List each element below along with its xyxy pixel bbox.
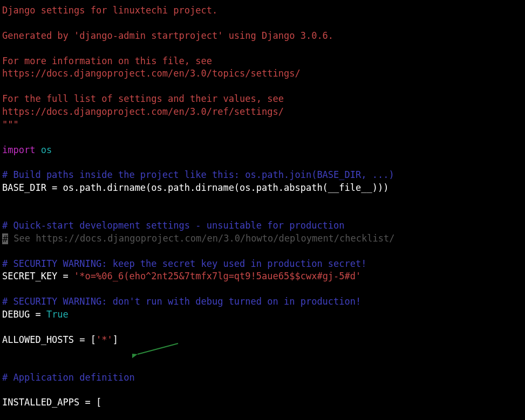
docstring-line: Generated by 'django-admin startproject'…: [2, 30, 523, 43]
blank-line: [2, 321, 523, 334]
blank-line: [2, 359, 523, 371]
variable-name: ALLOWED_HOSTS = [: [2, 334, 96, 345]
comment-line: # SECURITY WARNING: don't run with debug…: [2, 295, 523, 308]
blank-line: [2, 156, 523, 169]
code-editor-content[interactable]: Django settings for linuxtechi project.G…: [2, 4, 523, 409]
cursor-indicator: #: [2, 233, 8, 244]
comment-line: # Quick-start development settings - uns…: [2, 219, 523, 232]
string-value: '*': [96, 334, 113, 345]
docstring-line: Django settings for linuxtechi project.: [2, 4, 523, 17]
base-dir-line: BASE_DIR = os.path.dirname(os.path.dirna…: [2, 182, 523, 195]
comment-text: See https://docs.djangoproject.com/en/3.…: [8, 233, 394, 244]
string-value: '*o=%06_6(eho^2nt25&7tmfx7lg=qt9!5aue65$…: [74, 271, 361, 281]
blank-line: [2, 384, 523, 396]
variable-name: DEBUG =: [2, 309, 46, 320]
keyword-import: import: [2, 144, 35, 155]
docstring-line: [2, 17, 523, 30]
secret-key-line: SECRET_KEY = '*o=%06_6(eho^2nt25&7tmfx7l…: [2, 270, 523, 283]
docstring-line: [2, 80, 523, 93]
bool-value: True: [46, 309, 69, 320]
blank-line: [2, 132, 523, 144]
comment-line: # SECURITY WARNING: keep the secret key …: [2, 258, 523, 271]
allowed-hosts-line: ALLOWED_HOSTS = ['*']: [2, 334, 523, 347]
blank-line: [2, 195, 523, 207]
docstring-line: https://docs.djangoproject.com/en/3.0/to…: [2, 67, 523, 80]
comment-line: # Application definition: [2, 371, 523, 384]
import-line: import os: [2, 144, 523, 157]
comment-line: # Build paths inside the project like th…: [2, 169, 523, 182]
bracket-close: ]: [113, 334, 118, 345]
comment-cursor-line: # See https://docs.djangoproject.com/en/…: [2, 232, 523, 245]
debug-line: DEBUG = True: [2, 308, 523, 321]
blank-line: [2, 207, 523, 219]
blank-line: [2, 245, 523, 258]
docstring-line: For more information on this file, see: [2, 55, 523, 68]
docstring-line: """: [2, 119, 523, 132]
blank-line: [2, 347, 523, 359]
variable-name: SECRET_KEY =: [2, 271, 74, 281]
docstring-line: https://docs.djangoproject.com/en/3.0/re…: [2, 106, 523, 119]
installed-apps-line: INSTALLED_APPS = [: [2, 396, 523, 409]
docstring-line: For the full list of settings and their …: [2, 93, 523, 106]
import-module: os: [35, 144, 52, 155]
blank-line: [2, 283, 523, 295]
docstring-line: [2, 43, 523, 55]
